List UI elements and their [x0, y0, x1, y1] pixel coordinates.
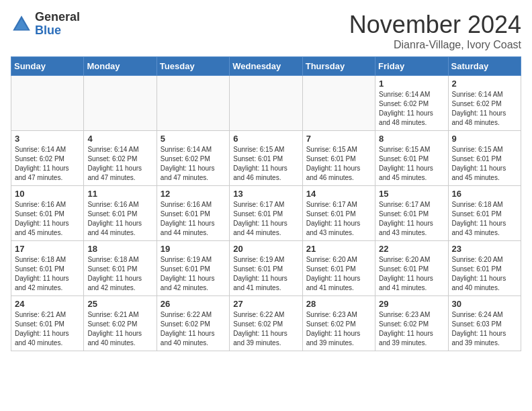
- calendar-week-row: 1Sunrise: 6:14 AMSunset: 6:02 PMDaylight…: [11, 76, 521, 131]
- logo: General Blue: [11, 11, 80, 38]
- calendar-day-cell: 20Sunrise: 6:19 AMSunset: 6:01 PMDayligh…: [230, 241, 302, 296]
- calendar-day-cell: [157, 76, 229, 131]
- calendar-day-cell: 17Sunrise: 6:18 AMSunset: 6:01 PMDayligh…: [11, 241, 84, 296]
- calendar-week-row: 10Sunrise: 6:16 AMSunset: 6:01 PMDayligh…: [11, 186, 521, 241]
- day-number: 6: [233, 134, 298, 144]
- logo-icon: [11, 13, 32, 35]
- day-info: Sunrise: 6:18 AMSunset: 6:01 PMDaylight:…: [452, 200, 517, 238]
- day-info: Sunrise: 6:16 AMSunset: 6:01 PMDaylight:…: [87, 200, 152, 238]
- calendar-day-cell: 9Sunrise: 6:15 AMSunset: 6:01 PMDaylight…: [448, 131, 521, 186]
- calendar-week-row: 17Sunrise: 6:18 AMSunset: 6:01 PMDayligh…: [11, 241, 521, 296]
- day-number: 23: [452, 244, 517, 254]
- day-number: 22: [379, 244, 444, 254]
- calendar-table: SundayMondayTuesdayWednesdayThursdayFrid…: [11, 56, 521, 351]
- day-info: Sunrise: 6:14 AMSunset: 6:02 PMDaylight:…: [379, 90, 444, 128]
- calendar-day-header: Wednesday: [230, 57, 302, 76]
- calendar-day-cell: 25Sunrise: 6:21 AMSunset: 6:02 PMDayligh…: [84, 296, 157, 351]
- day-info: Sunrise: 6:24 AMSunset: 6:03 PMDaylight:…: [452, 310, 517, 348]
- day-number: 16: [452, 189, 517, 199]
- day-number: 15: [379, 189, 444, 199]
- calendar-day-cell: 27Sunrise: 6:22 AMSunset: 6:02 PMDayligh…: [230, 296, 302, 351]
- day-number: 29: [379, 299, 444, 309]
- calendar-day-cell: 5Sunrise: 6:14 AMSunset: 6:02 PMDaylight…: [157, 131, 229, 186]
- calendar-day-header: Tuesday: [157, 57, 229, 76]
- day-info: Sunrise: 6:18 AMSunset: 6:01 PMDaylight:…: [15, 255, 80, 293]
- day-number: 3: [15, 134, 80, 144]
- day-number: 10: [15, 189, 80, 199]
- calendar-day-cell: 1Sunrise: 6:14 AMSunset: 6:02 PMDaylight…: [375, 76, 448, 131]
- day-info: Sunrise: 6:14 AMSunset: 6:02 PMDaylight:…: [87, 145, 152, 183]
- day-number: 26: [161, 299, 226, 309]
- calendar-day-cell: 3Sunrise: 6:14 AMSunset: 6:02 PMDaylight…: [11, 131, 84, 186]
- calendar-day-cell: 8Sunrise: 6:15 AMSunset: 6:01 PMDaylight…: [375, 131, 448, 186]
- day-info: Sunrise: 6:17 AMSunset: 6:01 PMDaylight:…: [379, 200, 444, 238]
- day-info: Sunrise: 6:19 AMSunset: 6:01 PMDaylight:…: [233, 255, 298, 293]
- day-number: 14: [306, 189, 371, 199]
- calendar-day-cell: 16Sunrise: 6:18 AMSunset: 6:01 PMDayligh…: [448, 186, 521, 241]
- day-info: Sunrise: 6:15 AMSunset: 6:01 PMDaylight:…: [379, 145, 444, 183]
- calendar-day-cell: [84, 76, 157, 131]
- day-info: Sunrise: 6:20 AMSunset: 6:01 PMDaylight:…: [306, 255, 371, 293]
- day-number: 9: [452, 134, 517, 144]
- calendar-day-cell: [302, 76, 375, 131]
- day-info: Sunrise: 6:21 AMSunset: 6:02 PMDaylight:…: [87, 310, 152, 348]
- calendar-day-cell: 19Sunrise: 6:19 AMSunset: 6:01 PMDayligh…: [157, 241, 229, 296]
- calendar-day-cell: 24Sunrise: 6:21 AMSunset: 6:01 PMDayligh…: [11, 296, 84, 351]
- day-info: Sunrise: 6:14 AMSunset: 6:02 PMDaylight:…: [452, 90, 517, 128]
- calendar-header-row: SundayMondayTuesdayWednesdayThursdayFrid…: [11, 57, 521, 76]
- day-info: Sunrise: 6:21 AMSunset: 6:01 PMDaylight:…: [15, 310, 80, 348]
- day-number: 21: [306, 244, 371, 254]
- day-number: 13: [233, 189, 298, 199]
- calendar-day-cell: 11Sunrise: 6:16 AMSunset: 6:01 PMDayligh…: [84, 186, 157, 241]
- calendar-day-header: Thursday: [302, 57, 375, 76]
- day-info: Sunrise: 6:16 AMSunset: 6:01 PMDaylight:…: [161, 200, 226, 238]
- calendar-day-header: Monday: [84, 57, 157, 76]
- day-info: Sunrise: 6:15 AMSunset: 6:01 PMDaylight:…: [452, 145, 517, 183]
- calendar-day-cell: [11, 76, 84, 131]
- location-title: Dianra-Village, Ivory Coast: [349, 39, 521, 51]
- calendar-day-cell: [230, 76, 302, 131]
- day-info: Sunrise: 6:15 AMSunset: 6:01 PMDaylight:…: [306, 145, 371, 183]
- logo-general-text: General: [35, 11, 80, 24]
- calendar-day-cell: 13Sunrise: 6:17 AMSunset: 6:01 PMDayligh…: [230, 186, 302, 241]
- day-number: 7: [306, 134, 371, 144]
- calendar-day-cell: 21Sunrise: 6:20 AMSunset: 6:01 PMDayligh…: [302, 241, 375, 296]
- calendar-week-row: 24Sunrise: 6:21 AMSunset: 6:01 PMDayligh…: [11, 296, 521, 351]
- calendar-day-cell: 7Sunrise: 6:15 AMSunset: 6:01 PMDaylight…: [302, 131, 375, 186]
- day-number: 19: [161, 244, 226, 254]
- calendar-day-cell: 12Sunrise: 6:16 AMSunset: 6:01 PMDayligh…: [157, 186, 229, 241]
- day-info: Sunrise: 6:23 AMSunset: 6:02 PMDaylight:…: [306, 310, 371, 348]
- calendar-day-header: Sunday: [11, 57, 84, 76]
- day-number: 17: [15, 244, 80, 254]
- calendar-day-cell: 26Sunrise: 6:22 AMSunset: 6:02 PMDayligh…: [157, 296, 229, 351]
- day-info: Sunrise: 6:17 AMSunset: 6:01 PMDaylight:…: [233, 200, 298, 238]
- calendar-day-cell: 30Sunrise: 6:24 AMSunset: 6:03 PMDayligh…: [448, 296, 521, 351]
- day-info: Sunrise: 6:15 AMSunset: 6:01 PMDaylight:…: [233, 145, 298, 183]
- day-number: 24: [15, 299, 80, 309]
- day-info: Sunrise: 6:20 AMSunset: 6:01 PMDaylight:…: [379, 255, 444, 293]
- calendar-day-cell: 14Sunrise: 6:17 AMSunset: 6:01 PMDayligh…: [302, 186, 375, 241]
- day-number: 4: [87, 134, 152, 144]
- day-info: Sunrise: 6:14 AMSunset: 6:02 PMDaylight:…: [161, 145, 226, 183]
- calendar-day-cell: 10Sunrise: 6:16 AMSunset: 6:01 PMDayligh…: [11, 186, 84, 241]
- day-number: 25: [87, 299, 152, 309]
- day-number: 2: [452, 79, 517, 89]
- day-info: Sunrise: 6:17 AMSunset: 6:01 PMDaylight:…: [306, 200, 371, 238]
- day-info: Sunrise: 6:22 AMSunset: 6:02 PMDaylight:…: [161, 310, 226, 348]
- calendar-day-cell: 4Sunrise: 6:14 AMSunset: 6:02 PMDaylight…: [84, 131, 157, 186]
- day-info: Sunrise: 6:23 AMSunset: 6:02 PMDaylight:…: [379, 310, 444, 348]
- day-info: Sunrise: 6:19 AMSunset: 6:01 PMDaylight:…: [161, 255, 226, 293]
- day-number: 28: [306, 299, 371, 309]
- calendar-day-cell: 18Sunrise: 6:18 AMSunset: 6:01 PMDayligh…: [84, 241, 157, 296]
- day-number: 8: [379, 134, 444, 144]
- day-number: 18: [87, 244, 152, 254]
- calendar-day-cell: 2Sunrise: 6:14 AMSunset: 6:02 PMDaylight…: [448, 76, 521, 131]
- page-header: General Blue November 2024 Dianra-Villag…: [11, 11, 521, 51]
- day-number: 12: [161, 189, 226, 199]
- day-number: 1: [379, 79, 444, 89]
- month-title: November 2024: [349, 11, 521, 39]
- day-number: 27: [233, 299, 298, 309]
- day-info: Sunrise: 6:20 AMSunset: 6:01 PMDaylight:…: [452, 255, 517, 293]
- day-number: 20: [233, 244, 298, 254]
- title-section: November 2024 Dianra-Village, Ivory Coas…: [349, 11, 521, 51]
